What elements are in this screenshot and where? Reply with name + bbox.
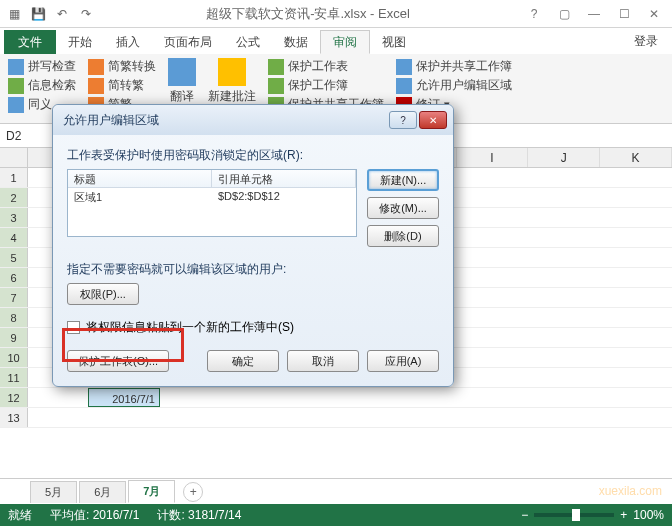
quick-access-toolbar: ▦ 💾 ↶ ↷ — [4, 4, 96, 24]
col-title-header: 标题 — [68, 170, 212, 187]
newcomment-label: 新建批注 — [208, 88, 256, 105]
ok-button[interactable]: 确定 — [207, 350, 279, 372]
row-hdr-4[interactable]: 4 — [0, 228, 28, 247]
row-hdr-12[interactable]: 12 — [0, 388, 28, 407]
row-hdr-10[interactable]: 10 — [0, 348, 28, 367]
modify-range-button[interactable]: 修改(M)... — [367, 197, 439, 219]
zoom-in-icon[interactable]: + — [620, 508, 627, 522]
allow-users-edit-ranges-dialog: 允许用户编辑区域 ? ✕ 工作表受保护时使用密码取消锁定的区域(R): 标题 引… — [52, 104, 454, 387]
translate-label: 翻译 — [170, 88, 194, 105]
tab-insert[interactable]: 插入 — [104, 30, 152, 54]
ranges-listbox[interactable]: 标题 引用单元格 区域1 $D$2:$D$12 — [67, 169, 357, 237]
status-ready: 就绪 — [8, 507, 32, 524]
tab-layout[interactable]: 页面布局 — [152, 30, 224, 54]
allow-edit-button[interactable]: 允许用户编辑区域 — [396, 77, 512, 94]
row-hdr-5[interactable]: 5 — [0, 248, 28, 267]
spellcheck-label: 拼写检查 — [28, 58, 76, 75]
protect-sheet-button[interactable]: 保护工作表 — [268, 58, 384, 75]
zoom-slider[interactable] — [534, 513, 614, 517]
row-hdr-3[interactable]: 3 — [0, 208, 28, 227]
cancel-button[interactable]: 取消 — [287, 350, 359, 372]
sheet-tab-7[interactable]: 7月 — [128, 480, 175, 503]
shareprotect-label: 保护并共享工作簿 — [416, 58, 512, 75]
new-range-button[interactable]: 新建(N)... — [367, 169, 439, 191]
sheet-tab-5[interactable]: 5月 — [30, 481, 77, 503]
s2t-label: 简繁转换 — [108, 58, 156, 75]
col-ref-header: 引用单元格 — [212, 170, 356, 187]
dialog-titlebar[interactable]: 允许用户编辑区域 ? ✕ — [53, 105, 453, 135]
dialog-close-icon[interactable]: ✕ — [419, 111, 447, 129]
cell-D12[interactable]: 2016/7/1 — [88, 388, 160, 407]
zoom-out-icon[interactable]: − — [521, 508, 528, 522]
tab-formulas[interactable]: 公式 — [224, 30, 272, 54]
row-hdr-13[interactable]: 13 — [0, 408, 28, 427]
select-all-corner[interactable] — [0, 148, 28, 167]
apply-button[interactable]: 应用(A) — [367, 350, 439, 372]
tab-review[interactable]: 审阅 — [320, 30, 370, 54]
zoom-control: − + 100% — [521, 508, 664, 522]
excel-icon: ▦ — [4, 4, 24, 24]
row-hdr-7[interactable]: 7 — [0, 288, 28, 307]
ranges-group-label: 工作表受保护时使用密码取消锁定的区域(R): — [67, 147, 439, 164]
col-J[interactable]: J — [528, 148, 600, 167]
save-icon[interactable]: 💾 — [28, 4, 48, 24]
permissions-group-label: 指定不需要密码就可以编辑该区域的用户: — [67, 261, 439, 278]
watermark: xuexila.com — [599, 484, 662, 498]
row-hdr-2[interactable]: 2 — [0, 188, 28, 207]
protect-sheet-button[interactable]: 保护工作表(O)... — [67, 350, 169, 372]
protectwb-label: 保护工作簿 — [288, 77, 348, 94]
redo-icon[interactable]: ↷ — [76, 4, 96, 24]
tab-home[interactable]: 开始 — [56, 30, 104, 54]
tab-view[interactable]: 视图 — [370, 30, 418, 54]
research-button[interactable]: 信息检索 — [8, 77, 76, 94]
s2t-button[interactable]: 简繁转换 — [88, 58, 156, 75]
ribbon-options-icon[interactable]: ▢ — [550, 4, 578, 24]
minimize-icon[interactable]: — — [580, 4, 608, 24]
research-label: 信息检索 — [28, 77, 76, 94]
paste-permissions-checkbox[interactable] — [67, 321, 80, 334]
add-sheet-button[interactable]: + — [183, 482, 203, 502]
status-avg: 平均值: 2016/7/1 — [50, 507, 139, 524]
row-hdr-11[interactable]: 11 — [0, 368, 28, 387]
tab-file[interactable]: 文件 — [4, 30, 56, 54]
t2s-label: 简转繁 — [108, 77, 144, 94]
status-count: 计数: 3181/7/14 — [157, 507, 241, 524]
share-protect-button[interactable]: 保护并共享工作簿 — [396, 58, 512, 75]
undo-icon[interactable]: ↶ — [52, 4, 72, 24]
row-hdr-6[interactable]: 6 — [0, 268, 28, 287]
col-K[interactable]: K — [600, 148, 672, 167]
sheet-tabs: 5月 6月 7月 + — [0, 478, 672, 504]
close-icon[interactable]: ✕ — [640, 4, 668, 24]
maximize-icon[interactable]: ☐ — [610, 4, 638, 24]
range-ref-cell[interactable]: $D$2:$D$12 — [212, 188, 356, 206]
dialog-help-icon[interactable]: ? — [389, 111, 417, 129]
window-title: 超级下载软文资讯-安卓.xlsx - Excel — [96, 5, 520, 23]
title-bar: ▦ 💾 ↶ ↷ 超级下载软文资讯-安卓.xlsx - Excel ? ▢ — ☐… — [0, 0, 672, 28]
paste-permissions-label: 将权限信息粘贴到一个新的工作薄中(S) — [86, 319, 294, 336]
thesaurus-label: 同义 — [28, 96, 52, 113]
range-title-cell[interactable]: 区域1 — [68, 188, 212, 206]
help-icon[interactable]: ? — [520, 4, 548, 24]
allowedit-label: 允许用户编辑区域 — [416, 77, 512, 94]
row-hdr-8[interactable]: 8 — [0, 308, 28, 327]
spellcheck-button[interactable]: 拼写检查 — [8, 58, 76, 75]
row-hdr-9[interactable]: 9 — [0, 328, 28, 347]
row-hdr-1[interactable]: 1 — [0, 168, 28, 187]
status-bar: 就绪 平均值: 2016/7/1 计数: 3181/7/14 − + 100% — [0, 504, 672, 526]
protect-wb-button[interactable]: 保护工作簿 — [268, 77, 384, 94]
name-box[interactable]: D2 — [0, 124, 55, 147]
protectsheet-label: 保护工作表 — [288, 58, 348, 75]
window-controls: ? ▢ — ☐ ✕ — [520, 4, 668, 24]
zoom-percent[interactable]: 100% — [633, 508, 664, 522]
tab-data[interactable]: 数据 — [272, 30, 320, 54]
col-I[interactable]: I — [457, 148, 529, 167]
t2s-button[interactable]: 简转繁 — [88, 77, 156, 94]
permissions-button[interactable]: 权限(P)... — [67, 283, 139, 305]
delete-range-button[interactable]: 删除(D) — [367, 225, 439, 247]
dialog-title: 允许用户编辑区域 — [63, 112, 389, 129]
login-link[interactable]: 登录 — [620, 29, 672, 54]
sheet-tab-6[interactable]: 6月 — [79, 481, 126, 503]
ribbon-tabs: 文件 开始 插入 页面布局 公式 数据 审阅 视图 登录 — [0, 28, 672, 54]
